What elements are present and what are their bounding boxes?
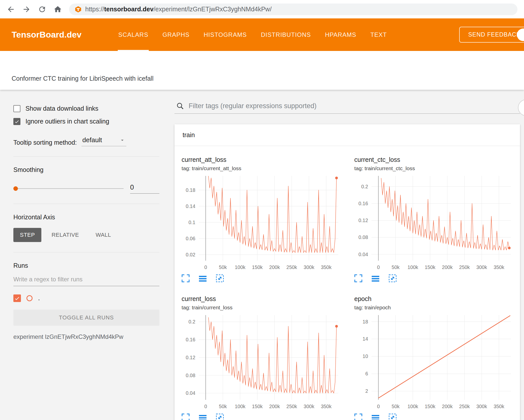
url-path: /experiment/lzGnETjwRxC3yghNMd4kPw/ [154,6,272,13]
svg-text:100k: 100k [407,264,418,270]
chart-canvas[interactable]: 0.040.080.120.160.2050k100k150k200k250k3… [180,313,342,412]
smoothing-control: 0 [13,184,159,194]
tab-distributions[interactable]: DISTRIBUTIONS [254,18,318,51]
svg-text:250k: 250k [286,404,297,409]
svg-text:0.08: 0.08 [359,234,368,240]
run-color-swatch[interactable] [26,295,33,301]
svg-text:0: 0 [377,404,380,409]
toggle-all-runs-button[interactable]: TOGGLE ALL RUNS [13,310,159,326]
axis-wall-button[interactable]: WALL [89,228,118,242]
charts-grid: current_att_loss tag: train/current_att_… [174,146,520,420]
chart-tag: tag: train/current_att_loss [182,165,342,171]
chart-canvas[interactable]: 26101418050k100k150k200k250k300k350k [352,313,515,412]
show-download-links-checkbox[interactable] [13,105,20,112]
smoothing-slider-thumb[interactable] [13,186,18,191]
svg-text:150k: 150k [425,264,435,270]
svg-text:0: 0 [377,264,380,270]
run-name: . [38,294,40,302]
fit-domain-icon[interactable] [215,274,225,283]
divider [13,252,159,252]
svg-text:0.1: 0.1 [188,220,195,225]
filter-tags-row [174,102,520,114]
svg-text:50k: 50k [219,404,227,409]
tab-hparams[interactable]: HPARAMS [318,18,363,51]
chart-current-att-loss: current_att_loss tag: train/current_att_… [180,156,342,283]
fit-domain-icon[interactable] [215,413,225,420]
chart-tag: tag: train/current_loss [182,305,342,311]
chart-canvas[interactable]: 0.020.060.10.140.18050k100k150k200k250k3… [180,174,342,273]
chart-current-loss: current_loss tag: train/current_loss 0.0… [180,295,342,420]
svg-text:300k: 300k [476,404,487,409]
axis-step-button[interactable]: STEP [13,228,41,242]
url-scheme: https:// [85,6,104,13]
chart-epoch: epoch tag: train/epoch 26101418050k100k1… [352,295,515,420]
chart-toolbar [180,274,342,283]
browser-toolbar: https://tensorboard.dev/experiment/lzGnE… [0,0,524,18]
experiment-title-band: Conformer CTC training for LibriSpeech w… [0,51,524,90]
send-feedback-button[interactable]: SEND FEEDBACK [459,27,524,43]
tab-text[interactable]: TEXT [363,18,394,51]
tab-graphs[interactable]: GRAPHS [155,18,196,51]
svg-text:0.2: 0.2 [188,319,195,324]
smoothing-slider[interactable] [13,188,124,189]
expand-chart-icon[interactable] [354,413,363,420]
svg-text:50k: 50k [219,264,227,270]
fit-domain-icon[interactable] [388,274,398,283]
svg-text:0.16: 0.16 [186,337,195,342]
yaxis-lines-icon[interactable] [371,274,381,283]
run-checkbox[interactable] [13,294,21,302]
svg-text:0.02: 0.02 [186,252,195,257]
fit-domain-icon[interactable] [388,413,398,420]
axis-relative-button[interactable]: RELATIVE [45,228,85,242]
svg-text:350k: 350k [321,264,332,270]
svg-text:50k: 50k [392,404,400,409]
smoothing-value-field[interactable]: 0 [130,184,159,194]
tab-histograms[interactable]: HISTOGRAMS [197,18,254,51]
ignore-outliers-checkbox[interactable] [13,118,20,125]
settings-sidebar: Show data download links Ignore outliers… [0,90,170,420]
filter-tags-input[interactable] [189,102,519,110]
svg-text:0.14: 0.14 [186,203,195,209]
svg-text:100k: 100k [407,404,418,409]
svg-text:14: 14 [363,336,368,342]
tab-scalars[interactable]: SCALARS [111,18,155,51]
expand-chart-icon[interactable] [181,413,191,420]
svg-text:200k: 200k [269,404,280,409]
yaxis-lines-icon[interactable] [198,274,208,283]
chart-title: current_att_loss [182,156,342,163]
tooltip-sorting-row: Tooltip sorting method: default [13,136,159,146]
runs-label: Runs [13,262,159,269]
svg-text:200k: 200k [442,404,453,409]
svg-text:0.16: 0.16 [359,201,368,206]
tooltip-sorting-select[interactable]: default [81,136,126,146]
svg-text:200k: 200k [269,264,280,270]
brand-title: TensorBoard.dev [12,30,81,40]
yaxis-lines-icon[interactable] [198,413,208,420]
svg-text:200k: 200k [442,264,453,270]
runs-filter-input[interactable] [13,276,159,286]
run-row: . [13,294,159,302]
check-icon [14,295,20,301]
chart-toolbar [180,413,342,420]
back-icon[interactable] [7,5,15,14]
expand-chart-icon[interactable] [181,274,191,283]
reload-icon[interactable] [38,5,46,14]
url-text: https://tensorboard.dev/experiment/lzGnE… [85,6,272,13]
svg-text:0.08: 0.08 [186,372,195,378]
yaxis-lines-icon[interactable] [371,413,381,420]
tag-group-title[interactable]: train [174,124,520,146]
chart-tag: tag: train/current_ctc_loss [354,165,515,171]
forward-icon[interactable] [22,5,31,14]
svg-text:6: 6 [365,371,368,376]
check-icon [14,119,20,124]
chart-canvas[interactable]: 0.040.080.120.160.2050k100k150k200k250k3… [352,174,515,273]
home-icon[interactable] [53,5,62,14]
address-bar[interactable]: https://tensorboard.dev/experiment/lzGnE… [69,4,517,15]
svg-text:250k: 250k [459,264,470,270]
nav-tabs: SCALARS GRAPHS HISTOGRAMS DISTRIBUTIONS … [111,18,394,51]
expand-chart-icon[interactable] [354,274,363,283]
url-host: tensorboard.dev [104,6,154,13]
svg-text:18: 18 [363,319,368,324]
experiment-id-caption: experiment lzGnETjwRxC3yghNMd4kPw [13,333,159,340]
svg-text:0.12: 0.12 [186,355,195,360]
